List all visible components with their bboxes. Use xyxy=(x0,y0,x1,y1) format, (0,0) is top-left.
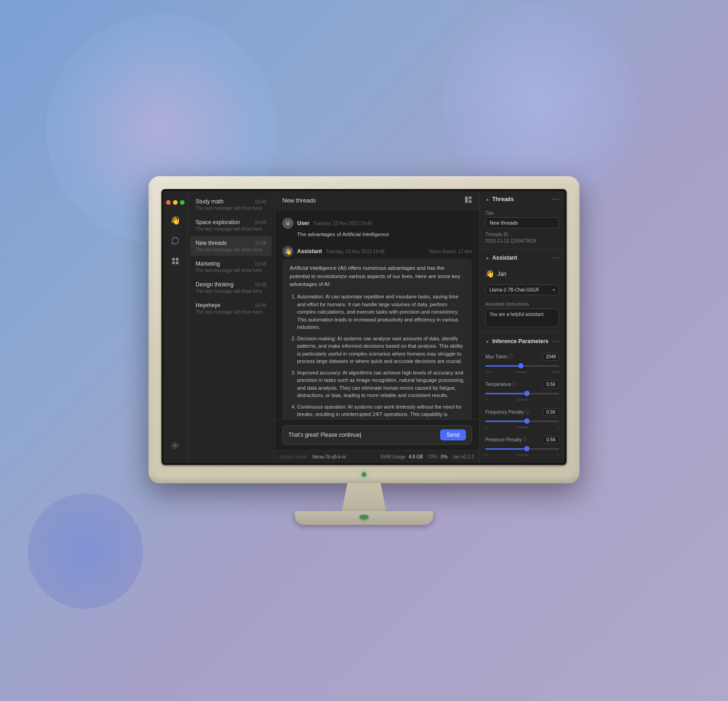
thread-name: Space exploration xyxy=(196,219,240,226)
slider-thumb[interactable] xyxy=(518,363,524,368)
inference-section-header[interactable]: ▲ Inference Parameters ⋯ xyxy=(480,333,565,349)
slider-labels: 100 Default 4096 xyxy=(485,370,559,374)
thread-time: 19:48 xyxy=(255,241,266,246)
thread-name: New threads xyxy=(196,240,227,246)
thread-name: Heyeheye xyxy=(196,302,221,309)
user-time: Tuesday, 23 Nov 2023 19:48 xyxy=(313,221,372,226)
assistant-chevron: ▲ xyxy=(485,255,489,260)
slider-container[interactable] xyxy=(485,445,559,452)
thread-item[interactable]: Heyeheye 19:48 The last message will sho… xyxy=(190,298,272,318)
slider-track xyxy=(485,393,559,394)
instructions-label: Assistant Instructions xyxy=(485,302,559,307)
title-value[interactable]: New threads xyxy=(485,217,559,228)
slider-fill xyxy=(485,448,527,450)
assistant-list: Automation: AI can automate repetitive a… xyxy=(297,293,465,419)
thread-preview: The last message will show here xyxy=(196,247,266,252)
sidebar-icon-hand[interactable]: 👋 xyxy=(167,212,184,229)
slider-container[interactable] xyxy=(485,417,559,425)
inference-chevron: ▲ xyxy=(485,339,489,344)
slider-track xyxy=(485,448,559,450)
thread-item[interactable]: New threads 19:48 The last message will … xyxy=(190,236,272,256)
thread-name: Study math xyxy=(196,198,224,205)
slider-fill xyxy=(485,365,521,367)
ram-usage: RAM Usage 4.8 GB CPU 0% Jan v0.3.2 xyxy=(381,454,474,459)
assistant-emoji: 👋 xyxy=(485,269,495,278)
sidebar-icon-chat[interactable] xyxy=(167,232,184,249)
token-speed: Token Speed: 17.4t/s xyxy=(429,249,472,254)
assistant-info: 👋 Jan xyxy=(485,269,559,278)
slider-fill xyxy=(485,421,527,422)
slider-min: 0 xyxy=(485,398,487,402)
assistant-name: Jan xyxy=(497,271,506,277)
assistant-message-header: 👋 Assistant Tuesday, 23 Nov 2023 19:48 T… xyxy=(282,246,472,257)
slider-fill xyxy=(485,393,527,394)
traffic-light-red[interactable] xyxy=(166,200,171,205)
thread-preview: The last message will show here xyxy=(196,226,266,232)
thread-name: Design thinking xyxy=(196,281,233,288)
layout-icon[interactable] xyxy=(465,196,472,205)
traffic-light-green[interactable] xyxy=(180,200,185,205)
assistant-panel-body: 👋 Jan Llama-2-7B-Chat-GGUF ▾ Assistant I… xyxy=(480,266,565,333)
monitor-screen: 👋 xyxy=(163,191,565,463)
assistant-intro: Artificial Intelligence (AI) offers nume… xyxy=(290,264,465,288)
title-label: Title xyxy=(485,211,559,216)
send-button[interactable]: Send xyxy=(440,429,466,440)
slider-default: Default xyxy=(516,453,528,457)
slider-thumb[interactable] xyxy=(524,446,530,451)
slider-max: 1 xyxy=(557,398,559,402)
thread-item[interactable]: Marketing 19:48 The last message will sh… xyxy=(190,257,272,277)
param-label: Max Token ⓘ xyxy=(485,354,513,360)
inference-section: ▲ Inference Parameters ⋯ Max Token ⓘ xyxy=(480,333,565,463)
assistant-time: Tuesday, 23 Nov 2023 19:48 xyxy=(326,249,384,254)
assistant-avatar: 👋 xyxy=(282,246,293,257)
inference-more-btn[interactable]: ⋯ xyxy=(552,337,559,345)
threads-id-label: Threads ID xyxy=(485,232,559,237)
sidebar-icon-settings[interactable] xyxy=(167,437,184,454)
param-label: Temperature ⓘ xyxy=(485,381,517,387)
threads-panel-body: Title New threads Threads ID 2023-11-12-… xyxy=(480,207,565,249)
threads-section-title: Threads xyxy=(492,196,514,202)
svg-point-4 xyxy=(174,445,176,447)
thread-item[interactable]: Study math 19:48 The last message will s… xyxy=(190,195,272,214)
user-message: U User Tuesday, 23 Nov 2023 19:48 The ad… xyxy=(282,218,472,238)
param-label: Presence Penalty ⓘ xyxy=(485,437,527,443)
param-row: Presence Penalty ⓘ 0.56 0 Default 1 xyxy=(485,436,559,457)
thread-preview: The last message will show here xyxy=(196,289,266,294)
assistant-more-btn[interactable]: ⋯ xyxy=(552,253,559,262)
param-row: Frequency Penalty ⓘ 0.56 0 Default 1 xyxy=(485,408,559,429)
param-info-icon: ⓘ xyxy=(513,381,517,387)
thread-item[interactable]: Space exploration 19:48 The last message… xyxy=(190,215,272,235)
param-value[interactable]: 0.56 xyxy=(543,380,559,388)
threads-more-btn[interactable]: ⋯ xyxy=(552,195,559,203)
model-select[interactable]: Llama-2-7B-Chat-GGUF ▾ xyxy=(485,285,559,295)
svg-rect-1 xyxy=(176,258,179,261)
thread-preview: The last message will show here xyxy=(196,309,266,315)
instructions-box[interactable]: You are a helpful assistant. xyxy=(485,309,559,327)
monitor-screen-border: 👋 xyxy=(161,189,567,465)
threads-title-row: ▲ Threads xyxy=(485,196,514,202)
param-value[interactable]: 0.56 xyxy=(543,408,559,416)
slider-thumb[interactable] xyxy=(524,391,530,396)
sidebar-icon-grid[interactable] xyxy=(167,253,184,269)
model-arrow: ▾ xyxy=(553,287,555,292)
slider-thumb[interactable] xyxy=(524,418,530,424)
thread-item[interactable]: Design thinking 19:48 The last message w… xyxy=(190,278,272,297)
active-model-value: llama-7b-q5-k-m xyxy=(312,454,346,459)
slider-container[interactable] xyxy=(485,362,559,369)
ram-label: RAM Usage xyxy=(381,454,406,459)
assistant-section-header[interactable]: ▲ Assistant ⋯ xyxy=(480,250,565,266)
traffic-light-yellow[interactable] xyxy=(173,200,178,205)
param-value[interactable]: 2048 xyxy=(543,353,559,361)
slider-track xyxy=(485,421,559,422)
threads-section-header[interactable]: ▲ Threads ⋯ xyxy=(480,191,565,207)
param-value[interactable]: 0.56 xyxy=(543,436,559,444)
thread-time: 19:48 xyxy=(255,261,266,267)
version: Jan v0.3.2 xyxy=(453,454,474,459)
chat-input[interactable] xyxy=(288,432,436,438)
thread-time: 19:48 xyxy=(255,199,266,204)
chat-header: New threads xyxy=(275,191,479,210)
slider-container[interactable] xyxy=(485,390,559,397)
param-label: Frequency Penalty ⓘ xyxy=(485,409,529,415)
slider-default: Default xyxy=(515,370,527,374)
chat-input-wrapper: Send xyxy=(282,425,472,445)
